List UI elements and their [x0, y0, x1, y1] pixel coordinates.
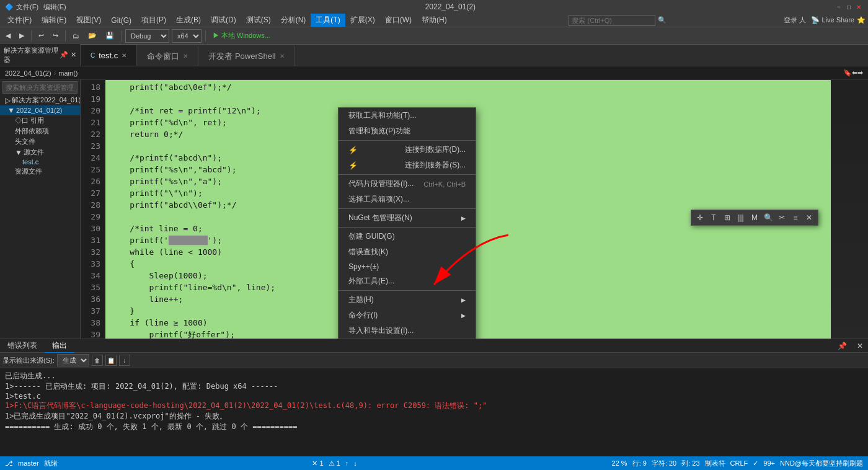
menu-edit[interactable]: 编辑(E) — [37, 14, 71, 27]
panel-tab-output[interactable]: 输出 — [45, 339, 74, 353]
tree-item-external[interactable]: 外部依赖项 — [0, 126, 80, 136]
float-btn-5[interactable]: M — [748, 211, 761, 224]
open-btn[interactable]: 📂 — [85, 29, 100, 43]
tab-close-ps[interactable]: ✕ — [280, 53, 285, 60]
connect-db-label: 连接到数据库(D)... — [405, 144, 466, 155]
menu-command-line[interactable]: 命令行(I) — [339, 308, 476, 323]
menu-import-export[interactable]: 导入和导出设置(I)... — [339, 323, 476, 339]
menu-theme[interactable]: 主题(H) — [339, 292, 476, 308]
nav-up[interactable]: ↑ — [345, 459, 349, 467]
menu-tools[interactable]: 工具(T) — [311, 14, 345, 27]
float-btn-6[interactable]: 🔍 — [762, 211, 774, 224]
float-btn-8[interactable]: ≡ — [789, 211, 802, 224]
live-share-btn[interactable]: 📡 Live Share — [811, 16, 854, 24]
menu-help[interactable]: 帮助(H) — [417, 14, 452, 27]
git-branch-icon[interactable]: ⎇ — [5, 459, 13, 468]
float-close[interactable]: ✕ — [803, 211, 815, 224]
panel-pin[interactable]: 📌 — [833, 342, 852, 350]
float-btn-1[interactable]: ✛ — [694, 211, 706, 224]
git-branch-label[interactable]: master — [18, 459, 39, 467]
tree-item-references[interactable]: ◇口 引用 — [0, 115, 80, 126]
tree-item-testc[interactable]: test.c — [0, 157, 80, 166]
float-btn-4[interactable]: ||| — [735, 211, 747, 224]
menu-test[interactable]: 测试(S) — [241, 14, 276, 27]
output-source-select[interactable]: 生成 调试 — [57, 354, 89, 366]
breadcrumb-symbol[interactable]: main() — [58, 69, 78, 77]
menu-spy[interactable]: Spy++(±) — [339, 260, 476, 273]
tab-command[interactable]: 命令窗口 ✕ — [137, 46, 198, 66]
breadcrumb-nav-icon[interactable]: ⬅ — [852, 69, 857, 77]
menu-connect-db[interactable]: ⚡ 连接到数据库(D)... — [339, 142, 476, 157]
menu-git[interactable]: Git(G) — [106, 15, 136, 26]
save-btn[interactable]: 💾 — [102, 29, 117, 43]
menu-error-lookup[interactable]: 错误查找(K) — [339, 244, 476, 260]
menu-nuget[interactable]: NuGet 包管理器(N) — [339, 210, 476, 226]
float-btn-3[interactable]: ⊞ — [721, 211, 733, 224]
menu-external-tools[interactable]: 外部工具(E)... — [339, 273, 476, 289]
menu-create-guid[interactable]: 创建 GUID(G) — [339, 229, 476, 244]
minimize-button[interactable]: － — [835, 2, 843, 11]
forward-btn[interactable]: ▶ — [16, 29, 27, 43]
output-copy-btn[interactable]: 📋 — [105, 355, 117, 366]
solution-explorer-pin[interactable]: 📌 — [60, 51, 68, 59]
menu-manage-preview[interactable]: 管理和预览(P)功能 — [339, 123, 476, 139]
float-btn-2[interactable]: T — [707, 211, 720, 224]
menu-connect-server[interactable]: ⚡ 连接到服务器(S)... — [339, 157, 476, 173]
output-tab-label: 输出 — [52, 340, 67, 351]
warning-indicator[interactable]: ⚠ 1 — [329, 459, 340, 468]
menu-analyze[interactable]: 分析(N) — [276, 14, 311, 27]
tab-close-cmd[interactable]: ✕ — [183, 53, 188, 60]
config-dropdown[interactable]: Debug Release — [125, 29, 169, 43]
menu-get-tools[interactable]: 获取工具和功能(T)... — [339, 108, 476, 123]
output-scroll-btn[interactable]: ↓ — [119, 355, 130, 366]
menu-view[interactable]: 视图(V) — [71, 14, 106, 27]
maximize-button[interactable]: □ — [844, 2, 853, 11]
undo-btn[interactable]: ↩ — [35, 29, 47, 43]
tree-item-solution[interactable]: ▷ 解决方案'2022_04_01(2)' — [0, 95, 80, 105]
tab-test-c[interactable]: C test.c ✕ — [81, 44, 137, 66]
error-indicator[interactable]: ✕ 1 — [312, 459, 323, 468]
panel-tab-errors[interactable]: 错误列表 — [0, 339, 45, 353]
menu-window[interactable]: 窗口(W) — [380, 14, 417, 27]
tree-item-resources[interactable]: 资源文件 — [0, 166, 80, 177]
panel-close[interactable]: ✕ — [852, 342, 868, 350]
output-clear-btn[interactable]: 🗑 — [92, 355, 103, 366]
edit-menu[interactable]: 编辑(E) — [43, 2, 66, 12]
bookmark-icon[interactable]: 🔖 — [843, 69, 852, 77]
platform-dropdown[interactable]: x64 x86 — [172, 29, 202, 43]
solution-explorer-close[interactable]: ✕ — [71, 51, 76, 59]
menu-choose-toolbox[interactable]: 选择工具箱项(X)... — [339, 192, 476, 207]
tree-label-res: 资源文件 — [15, 167, 42, 176]
menu-debug[interactable]: 调试(D) — [206, 14, 241, 27]
tree-item-source[interactable]: ▼ 源文件 — [0, 147, 80, 157]
menu-bar: 文件(F) 编辑(E) 视图(V) Git(G) 项目(P) 生成(B) 调试(… — [0, 14, 868, 27]
feedback-icon[interactable]: ⭐ — [857, 16, 866, 24]
file-menu[interactable]: 文件(F) — [16, 2, 38, 12]
tree-item-project[interactable]: ▼ 2022_04_01(2) — [0, 105, 80, 115]
output-line-6: ========== 生成: 成功 0 个, 失败 1 个, 最新 0 个, 跳… — [5, 422, 863, 432]
breadcrumb-nav-right[interactable]: ➡ — [857, 69, 863, 77]
menu-extensions[interactable]: 扩展(X) — [345, 14, 380, 27]
sidebar-search-input[interactable] — [2, 81, 78, 94]
menu-file[interactable]: 文件(F) — [2, 14, 37, 27]
line-info: 行: 9 — [632, 459, 647, 468]
tree-item-headers[interactable]: 头文件 — [0, 136, 80, 147]
menu-project[interactable]: 项目(P) — [136, 14, 171, 27]
redo-btn[interactable]: ↪ — [50, 29, 61, 43]
new-btn[interactable]: 🗂 — [69, 29, 82, 43]
menu-build[interactable]: 生成(B) — [171, 14, 206, 27]
window-controls[interactable]: － □ ✕ — [835, 2, 863, 11]
tab-powershell[interactable]: 开发者 PowerShell ✕ — [198, 46, 294, 66]
run-btn[interactable]: ▶ 本地 Windows... — [210, 29, 273, 43]
breadcrumb-project[interactable]: 2022_04_01(2) — [5, 69, 51, 77]
breadcrumb-bar: 2022_04_01(2) › main() 🔖 ⬅ ➡ — [0, 66, 868, 80]
command-line-label: 命令行(I) — [348, 310, 378, 321]
menu-snippet-manager[interactable]: 代码片段管理器(I)... Ctrl+K, Ctrl+B — [339, 176, 476, 192]
close-button[interactable]: ✕ — [854, 2, 863, 11]
back-btn[interactable]: ◀ — [2, 29, 14, 43]
nav-down[interactable]: ↓ — [353, 459, 357, 467]
float-btn-7[interactable]: ✂ — [776, 211, 788, 224]
search-input[interactable] — [569, 15, 655, 26]
error-lookup-label: 错误查找(K) — [348, 247, 388, 257]
tab-close-test[interactable]: ✕ — [122, 52, 126, 59]
